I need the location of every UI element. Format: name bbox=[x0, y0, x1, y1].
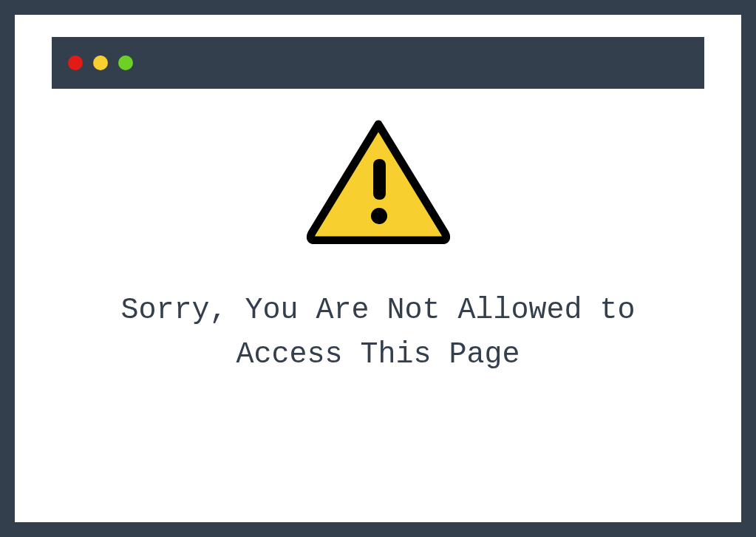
browser-window: Sorry, You Are Not Allowed to Access Thi… bbox=[15, 15, 741, 522]
window-minimize-button[interactable] bbox=[93, 55, 108, 70]
access-denied-message: Sorry, You Are Not Allowed to Access Thi… bbox=[75, 288, 681, 377]
page-content: Sorry, You Are Not Allowed to Access Thi… bbox=[15, 89, 741, 522]
window-titlebar bbox=[52, 37, 704, 89]
window-close-button[interactable] bbox=[68, 55, 83, 70]
svg-point-1 bbox=[371, 208, 387, 224]
warning-icon bbox=[304, 118, 452, 244]
svg-rect-0 bbox=[373, 159, 386, 200]
window-maximize-button[interactable] bbox=[118, 55, 133, 70]
